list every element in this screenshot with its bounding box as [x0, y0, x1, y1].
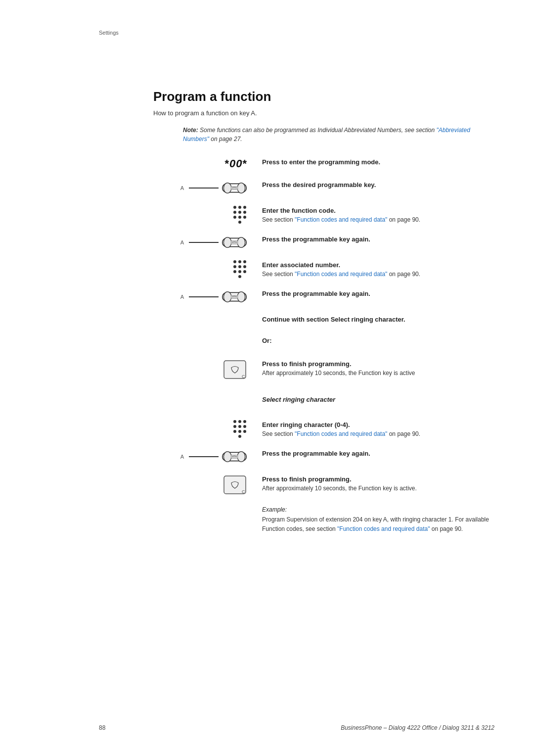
keypad-icon: [233, 206, 247, 225]
step-row-sr2: A Press the programmable key again.: [153, 449, 494, 465]
note-text: Some functions can also be programmed as…: [183, 127, 470, 142]
function-codes-link-example[interactable]: "Function codes and required data": [337, 525, 430, 532]
handset-icon-2: [222, 235, 247, 250]
step-row-4: A Press the programmable key again.: [153, 235, 494, 250]
function-codes-link-2[interactable]: "Function codes and required data": [295, 271, 387, 278]
footer-title: BusinessPhone – Dialog 4222 Office / Dia…: [341, 724, 494, 731]
c-button-icon-sr3: C: [222, 474, 247, 495]
subtitle: How to program a function on key A.: [153, 109, 494, 117]
step-row-sr1: Enter ringing character (0-4). See secti…: [153, 420, 494, 439]
or-text-area: Or:: [262, 334, 494, 349]
select-ringing-row: Select ringing character: [153, 390, 494, 410]
step-row-6: A Press the programmable key again.: [153, 289, 494, 305]
step-title-or: Press to finish programming.: [262, 360, 494, 368]
function-codes-link-1[interactable]: "Function codes and required data": [295, 216, 387, 223]
handset-line-a: A: [180, 180, 247, 196]
step-title-sr2: Press the programmable key again.: [262, 450, 494, 457]
handset-line-a-2: A: [180, 235, 247, 250]
step-text-2: Press the desired programmable key.: [262, 180, 494, 189]
svg-point-1: [223, 183, 231, 193]
example-text: Program Supervision of extension 204 on …: [262, 515, 494, 534]
svg-point-10: [237, 292, 245, 302]
example-label: Example:: [262, 506, 494, 513]
steps-area: *00* Press to enter the programming mode…: [153, 157, 494, 534]
step-text-3: Enter the function code. See section "Fu…: [262, 206, 494, 224]
label-a-2: A: [180, 239, 184, 245]
step-text-sr2: Press the programmable key again.: [262, 449, 494, 458]
handset-line-a-sr2: A: [180, 449, 247, 465]
step-row-or: C Press to finish programming. After app…: [153, 359, 494, 380]
example-text-area: Example: Program Supervision of extensio…: [262, 505, 494, 534]
step-desc-sr3: After approximately 10 seconds, the Func…: [262, 484, 494, 493]
step-text-sr3: Press to finish programming. After appro…: [262, 474, 494, 493]
step-icon-4: A: [153, 235, 262, 250]
note-box: Note: Some functions can also be program…: [183, 126, 494, 143]
step-row-2: A Press the desired programmable key.: [153, 180, 494, 196]
settings-label: Settings: [99, 30, 119, 36]
or-row: Or:: [153, 334, 494, 349]
keypad-icon-sr1: [233, 420, 247, 439]
step-title-6: Press the programmable key again.: [262, 290, 494, 297]
page: Settings Program a function How to progr…: [0, 0, 534, 756]
svg-point-15: [223, 452, 231, 462]
step-row-7: Continue with section Select ringing cha…: [153, 315, 494, 324]
step-text-4: Press the programmable key again.: [262, 235, 494, 244]
step-text-6: Press the programmable key again.: [262, 289, 494, 298]
select-ringing-text: Select ringing character: [262, 390, 494, 410]
step-desc-5: See section "Function codes and required…: [262, 270, 494, 279]
connector-line-2: [189, 242, 219, 243]
c-button-icon: C: [222, 359, 247, 380]
svg-point-2: [237, 183, 245, 193]
star-code-icon: *00*: [224, 157, 247, 170]
svg-point-9: [223, 292, 231, 302]
label-a-sr2: A: [180, 454, 184, 460]
step-icon-2: A: [153, 180, 262, 196]
step-title-1: Press to enter the programming mode.: [262, 158, 494, 166]
step-text-7: Continue with section Select ringing cha…: [262, 315, 494, 324]
svg-text:C: C: [242, 374, 245, 379]
note-label: Note:: [183, 127, 198, 134]
step-title-sr1: Enter ringing character (0-4).: [262, 421, 494, 428]
label-a-3: A: [180, 294, 184, 300]
svg-point-16: [237, 452, 245, 462]
step-row-sr3: C Press to finish programming. After app…: [153, 474, 494, 495]
or-label: Or:: [262, 337, 494, 344]
step-title-7: Continue with section Select ringing cha…: [262, 316, 494, 323]
step-icon-sr1: [153, 420, 262, 439]
connector-line-3: [189, 296, 219, 297]
step-title-5: Enter associated number.: [262, 261, 494, 269]
step-text-or: Press to finish programming. After appro…: [262, 359, 494, 378]
step-desc-or: After approximately 10 seconds, the Func…: [262, 369, 494, 378]
example-row: Example: Program Supervision of extensio…: [153, 505, 494, 534]
step-title-sr3: Press to finish programming.: [262, 475, 494, 483]
handset-icon-sr2: [222, 449, 247, 465]
content-area: Program a function How to program a func…: [153, 89, 494, 534]
step-icon-sr3: C: [153, 474, 262, 495]
step-text-sr1: Enter ringing character (0-4). See secti…: [262, 420, 494, 438]
connector-line-sr2: [189, 456, 219, 457]
step-row-1: *00* Press to enter the programming mode…: [153, 157, 494, 170]
page-footer: 88 BusinessPhone – Dialog 4222 Office / …: [0, 724, 534, 731]
handset-line-a-3: A: [180, 289, 247, 305]
step-icon-1: *00*: [153, 157, 262, 170]
step-icon-or: C: [153, 359, 262, 380]
step-desc-3: See section "Function codes and required…: [262, 215, 494, 224]
label-a: A: [180, 185, 184, 191]
step-text-5: Enter associated number. See section "Fu…: [262, 260, 494, 279]
svg-point-6: [237, 237, 245, 248]
step-title-4: Press the programmable key again.: [262, 236, 494, 243]
handset-icon: [222, 180, 247, 196]
svg-point-5: [223, 237, 231, 248]
select-ringing-heading: Select ringing character: [262, 396, 494, 403]
step-row-3: Enter the function code. See section "Fu…: [153, 206, 494, 225]
step-text-1: Press to enter the programming mode.: [262, 157, 494, 167]
keypad-icon-2: [233, 260, 247, 279]
function-codes-link-sr1[interactable]: "Function codes and required data": [295, 430, 387, 437]
step-icon-6: A: [153, 289, 262, 305]
connector-line: [189, 188, 219, 189]
svg-text:C: C: [242, 489, 245, 494]
step-icon-sr2: A: [153, 449, 262, 465]
footer-page-number: 88: [99, 724, 105, 731]
step-desc-sr1: See section "Function codes and required…: [262, 429, 494, 438]
step-title-2: Press the desired programmable key.: [262, 181, 494, 189]
